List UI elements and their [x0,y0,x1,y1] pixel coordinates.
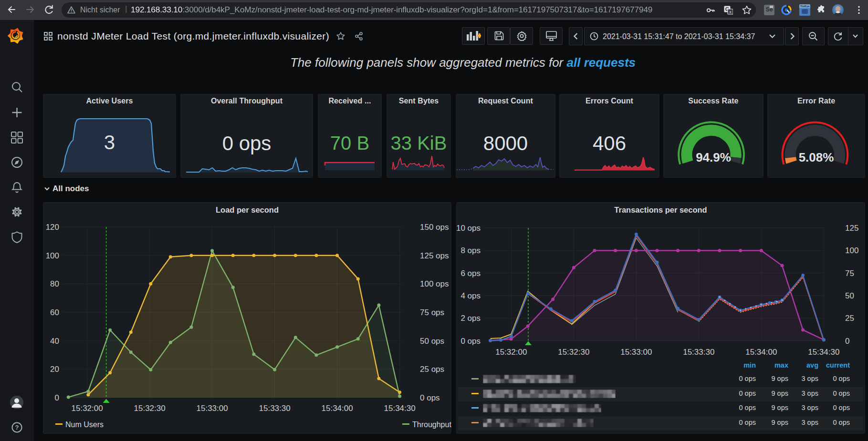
svg-text:75: 75 [845,269,854,278]
svg-text:0 ops: 0 ops [420,393,440,402]
svg-text:2 ops: 2 ops [460,314,481,323]
svg-text:15:33:30: 15:33:30 [683,348,714,357]
svg-text:15:34:00: 15:34:00 [745,348,777,357]
svg-text:80: 80 [50,279,59,288]
svg-text:100: 100 [46,251,59,260]
svg-text:75 ops: 75 ops [420,308,444,317]
svg-text:125 ops: 125 ops [420,251,449,260]
svg-text:x: x [729,10,732,14]
svg-text:15:32:30: 15:32:30 [134,404,166,413]
svg-text:15:33:00: 15:33:00 [197,404,228,413]
svg-text:?: ? [15,424,19,431]
svg-text:0: 0 [55,393,59,402]
svg-text:15:32:00: 15:32:00 [495,348,527,357]
svg-text:10 ops: 10 ops [456,224,481,233]
svg-text:120: 120 [46,223,59,232]
svg-text:15:32:30: 15:32:30 [558,348,589,357]
svg-text:4 ops: 4 ops [460,291,481,300]
svg-text:50 ops: 50 ops [420,337,444,346]
svg-text:0 ops: 0 ops [460,337,481,346]
svg-text:125: 125 [845,224,858,233]
svg-text:15:34:30: 15:34:30 [808,348,839,357]
svg-text:20: 20 [50,365,59,374]
svg-text:Num Users: Num Users [65,420,104,429]
svg-text:100 ops: 100 ops [420,279,449,288]
svg-text:6 ops: 6 ops [460,269,481,278]
svg-text:15:33:30: 15:33:30 [259,404,291,413]
svg-text:50: 50 [845,291,854,300]
svg-text:15:32:00: 15:32:00 [72,404,103,413]
svg-text:15:33:00: 15:33:00 [620,348,652,357]
svg-text:Throughput: Throughput [412,420,451,429]
svg-text:0: 0 [845,337,849,346]
svg-text:15:34:00: 15:34:00 [322,404,353,413]
svg-text:8 ops: 8 ops [460,246,481,255]
svg-text:40: 40 [50,337,59,346]
svg-text:60: 60 [50,308,59,317]
svg-text:15:34:30: 15:34:30 [384,404,416,413]
svg-text:25: 25 [845,314,854,323]
svg-text:100: 100 [845,246,858,255]
svg-text:25 ops: 25 ops [420,365,444,374]
svg-text:150 ops: 150 ops [420,223,449,232]
